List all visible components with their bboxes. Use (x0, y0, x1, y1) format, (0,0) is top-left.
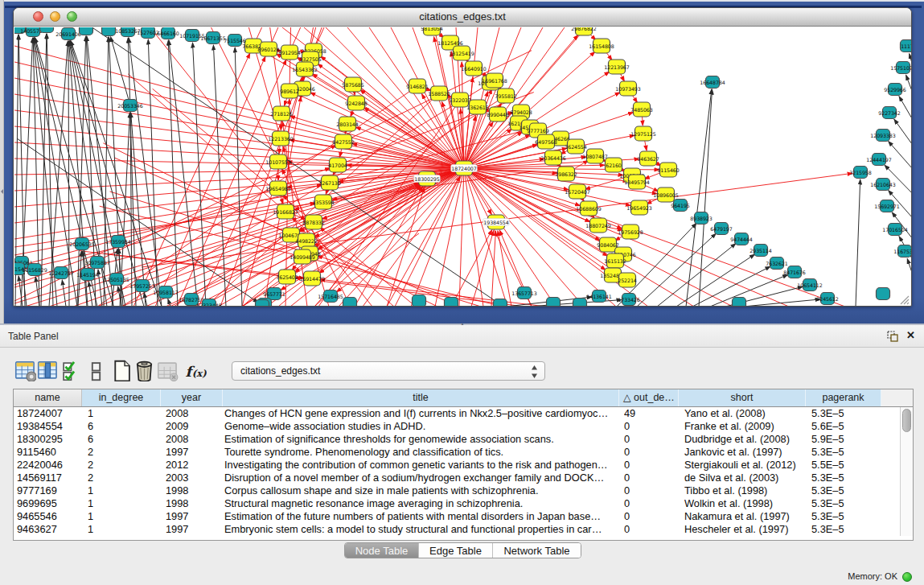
graph-node[interactable]: 8990448 (487, 107, 508, 122)
minimize-traffic-light[interactable] (50, 11, 60, 22)
graph-node[interactable]: 9242848 (345, 96, 367, 110)
column-header-pagerank[interactable]: pagerank (806, 389, 881, 406)
graph-node[interactable]: 8471676 (783, 266, 805, 278)
graph-node[interactable] (80, 27, 93, 35)
graph-node[interactable]: 12093383 (870, 130, 895, 142)
graph-node[interactable]: 9115460 (657, 163, 679, 177)
column-header-title[interactable]: title (223, 389, 619, 406)
graph-node[interactable]: 6497568 (535, 134, 556, 149)
delete-table-icon[interactable] (133, 360, 155, 381)
memory-ok-indicator[interactable] (902, 572, 912, 582)
graph-node[interactable]: 10688609 (576, 201, 601, 216)
graph-node[interactable]: 3624554 (565, 139, 586, 154)
graph-node[interactable]: 8878332 (302, 215, 324, 229)
table-vertical-scrollbar[interactable] (900, 407, 913, 536)
graph-node[interactable]: 1733426 (618, 294, 639, 306)
graph-node[interactable]: 13657713 (511, 287, 536, 299)
graph-node[interactable]: 9227342 (878, 107, 900, 119)
graph-node[interactable]: 9146821 (406, 79, 428, 93)
graph-node[interactable] (445, 298, 458, 307)
graph-node[interactable] (413, 295, 426, 307)
column-header-name[interactable]: name (14, 389, 82, 406)
window-titlebar[interactable]: citations_edges.txt (14, 8, 911, 27)
graph-node[interactable]: 16648784 (700, 76, 725, 89)
graph-node[interactable]: 12444197 (866, 154, 891, 166)
graph-node[interactable]: 9474444 (730, 233, 752, 245)
graph-node[interactable]: 964195 (671, 200, 690, 212)
tab-edge-table[interactable]: Edge Table (418, 543, 492, 558)
column-header-year[interactable]: year (161, 389, 223, 406)
graph-node[interactable]: 15751074 (890, 62, 912, 74)
function-builder-icon[interactable]: f(x) (185, 360, 207, 381)
graph-node[interactable]: 989612 (280, 84, 299, 98)
tab-node-table[interactable]: Node Table (345, 543, 418, 558)
splitpane-collapse-arrow[interactable] (1, 189, 3, 194)
tab-network-table[interactable]: Network Table (492, 543, 581, 558)
graph-node[interactable]: 5813054 (421, 27, 442, 35)
graph-node[interactable]: 16210643 (870, 179, 895, 191)
graph-node[interactable]: 417004 (328, 158, 347, 172)
graph-node[interactable]: 1167534 (893, 245, 912, 257)
select-column-icon[interactable] (37, 360, 59, 381)
column-header-out_de[interactable]: △ out_de… (619, 389, 679, 406)
graph-node[interactable]: 7485063 (630, 102, 652, 117)
graph-node[interactable]: 10973493 (615, 81, 640, 96)
graph-node[interactable]: 17016504 (882, 224, 907, 236)
graph-node[interactable] (547, 298, 561, 307)
network-table-selector[interactable]: citations_edges.txt (232, 361, 545, 381)
graph-node[interactable] (40, 27, 54, 33)
graph-node[interactable]: 3267130 (318, 175, 340, 190)
table-row[interactable]: 911546021997Tourette syndrome. Phenomeno… (14, 446, 901, 459)
close-panel-icon[interactable]: ✕ (906, 329, 915, 341)
graph-node[interactable]: 252214 (618, 273, 637, 287)
new-document-icon[interactable] (111, 360, 133, 381)
network-canvas[interactable]: 1872400718300295193845545875685924284828… (14, 27, 912, 307)
graph-node[interactable]: 5875685 (342, 77, 363, 92)
graph-node[interactable]: 9463627 (637, 151, 659, 166)
table-row[interactable]: 969969511998Structural magnetic resonanc… (14, 497, 901, 510)
table-row[interactable]: 946362711997Embryonic stem cells: a mode… (14, 523, 901, 536)
select-rows-icon[interactable] (60, 360, 82, 381)
graph-node[interactable]: 16914479 (299, 271, 324, 286)
window-resize-grip[interactable] (901, 296, 909, 304)
graph-node[interactable]: 20206535 (69, 238, 94, 250)
table-row[interactable]: 1456911722003Disruption of a novel membe… (14, 472, 901, 484)
graph-node[interactable]: 29876822 (571, 27, 596, 35)
graph-node[interactable]: 1362615 (466, 100, 488, 114)
table-row[interactable]: 1872400712008Changes of HCN gene express… (14, 407, 901, 420)
graph-node[interactable]: 8427552 (332, 134, 354, 149)
graph-node[interactable]: 1353594 (312, 195, 334, 209)
graph-node[interactable]: 1615132 (604, 253, 626, 268)
graph-node[interactable]: 14136141 (586, 290, 611, 303)
table-row[interactable]: 1830029562008Estimation of significance … (14, 433, 901, 446)
table-row[interactable]: 2242004622012Investigating the contribut… (14, 459, 901, 472)
graph-node[interactable]: 3215958 (849, 167, 871, 179)
graph-node[interactable]: 30975887 (84, 257, 109, 269)
graph-node[interactable]: 12213967 (604, 60, 629, 74)
column-header-in_degree[interactable]: in_degree (82, 389, 161, 406)
graph-node[interactable]: 15716485 (318, 290, 343, 303)
graph-node[interactable]: 15720407 (565, 184, 589, 199)
zoom-traffic-light[interactable] (67, 11, 77, 22)
graph-node[interactable] (877, 288, 890, 300)
graph-node[interactable] (102, 27, 116, 36)
graph-node[interactable]: 7955812 (495, 89, 516, 103)
graph-node[interactable]: 10654112 (797, 279, 822, 291)
graph-node[interactable]: 6466160 (157, 27, 179, 39)
table-settings-icon[interactable] (14, 360, 36, 381)
graph-node[interactable]: 8960124 (257, 42, 279, 56)
table-row[interactable]: 946554611997Estimation of the future num… (14, 510, 901, 523)
graph-node[interactable]: 1527602 (137, 27, 158, 39)
graph-node[interactable]: 62160 (606, 158, 622, 172)
close-traffic-light[interactable] (33, 11, 43, 22)
graph-node[interactable]: 2935114 (749, 245, 771, 257)
graph-node[interactable] (343, 298, 357, 307)
graph-node[interactable]: 2803144 (336, 117, 358, 131)
float-panel-icon[interactable] (887, 331, 898, 342)
scrollbar-thumb[interactable] (902, 409, 911, 432)
graph-node[interactable]: 1588520 (428, 86, 450, 101)
graph-node[interactable]: 4498222 (295, 233, 317, 248)
graph-node[interactable]: 7625402 (276, 270, 298, 284)
graph-node[interactable]: 6479197 (710, 223, 732, 235)
graph-node[interactable]: 8938923 (690, 212, 712, 225)
